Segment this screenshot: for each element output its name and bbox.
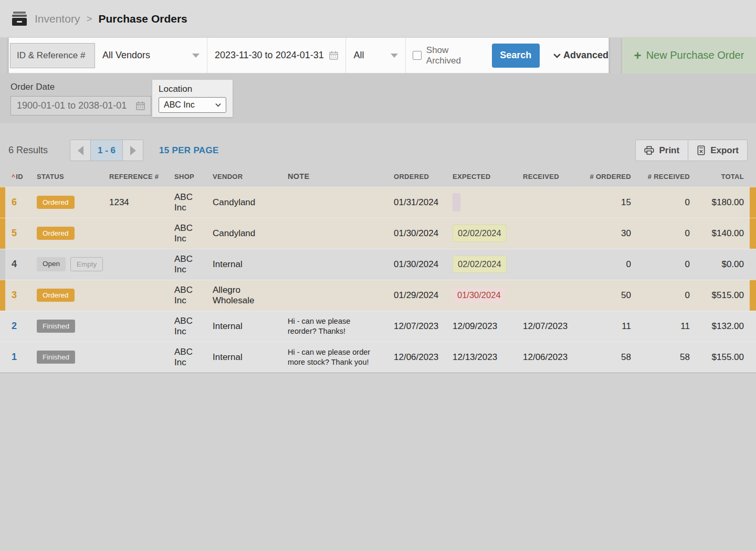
show-archived-checkbox[interactable] (413, 51, 422, 60)
table-row[interactable]: 1 Finished ABC Inc Internal Hi - can we … (0, 342, 756, 373)
cell-total: $140.00 (693, 218, 750, 249)
cell-total: $515.00 (693, 280, 750, 311)
col-header-received[interactable]: RECEIVED (522, 167, 584, 187)
status-badge: Finished (37, 320, 75, 333)
table-row[interactable]: 2 Finished ABC Inc Internal Hi - can we … (0, 311, 756, 342)
location-select[interactable]: ABC Inc (159, 97, 226, 113)
cell-received (522, 218, 584, 249)
table-row[interactable]: 3 Ordered ABC Inc Allegro Wholesale 01/2… (0, 280, 756, 311)
inventory-link[interactable]: Inventory (35, 13, 80, 25)
secondary-filters: Order Date 1900-01-01 to 2038-01-01 Loca… (0, 73, 756, 123)
col-header-note[interactable]: NOTE (284, 167, 393, 187)
col-header-total[interactable]: TOTAL (693, 167, 750, 187)
purchase-orders-page: Inventory > Purchase Orders All Vendors … (0, 0, 756, 551)
search-button[interactable]: Search (492, 44, 540, 68)
results-count: 6 Results (8, 145, 48, 156)
cell-expected: 01/30/2024 (453, 280, 522, 311)
cell-note (284, 218, 393, 249)
row-edge-left (0, 249, 5, 280)
po-id-link[interactable]: 4 (12, 259, 17, 269)
next-arrow-icon (130, 146, 136, 155)
purchase-orders-table: ^ID STATUS REFERENCE # SHOP VENDOR NOTE … (0, 167, 756, 373)
col-header-num-ordered[interactable]: # ORDERED (584, 167, 634, 187)
cell-num-received: 58 (634, 342, 693, 373)
po-id-link[interactable]: 3 (12, 290, 17, 300)
cell-status: Finished (28, 342, 102, 373)
header-edge (750, 167, 756, 187)
cell-reference: 1234 (102, 187, 165, 218)
caret-down-icon (192, 54, 200, 58)
cell-reference (102, 249, 165, 280)
col-header-status[interactable]: STATUS (28, 167, 102, 187)
col-header-vendor[interactable]: VENDOR (205, 167, 284, 187)
export-button[interactable]: Export (688, 140, 748, 161)
cell-vendor: Internal (205, 342, 284, 373)
page-title: Purchase Orders (99, 13, 187, 25)
po-id-link[interactable]: 2 (12, 321, 17, 331)
row-edge-left (0, 187, 5, 218)
col-header-num-received[interactable]: # RECEIVED (634, 167, 693, 187)
cell-note (284, 280, 393, 311)
col-header-shop[interactable]: SHOP (165, 167, 205, 187)
expected-date: 01/30/2024 (453, 287, 506, 303)
advanced-toggle[interactable]: Advanced (553, 50, 608, 61)
cell-ordered: 01/30/2024 (393, 218, 453, 249)
table-row[interactable]: 6 Ordered 1234 ABC Inc Candyland 01/31/2… (0, 187, 756, 218)
row-edge-right (750, 342, 756, 373)
po-id-link[interactable]: 6 (12, 197, 17, 207)
cell-note (284, 249, 393, 280)
status-select[interactable]: All (346, 38, 405, 73)
status-badge: Open (37, 257, 66, 272)
table-row[interactable]: 5 Ordered ABC Inc Candyland 01/30/2024 0… (0, 218, 756, 249)
cell-status: OpenEmpty (28, 249, 102, 280)
cell-total: $180.00 (693, 187, 750, 218)
printer-icon (644, 146, 654, 155)
print-button[interactable]: Print (635, 140, 688, 161)
location-label: Location (159, 84, 226, 94)
cell-shop: ABC Inc (165, 311, 205, 342)
col-header-id[interactable]: ^ID (5, 167, 28, 187)
expected-date: 12/13/2023 (453, 352, 497, 362)
cell-ordered: 12/07/2023 (393, 311, 453, 342)
row-edge-right (750, 218, 756, 249)
date-range-input[interactable]: 2023-11-30 to 2024-01-31 (207, 38, 346, 73)
cell-status: Finished (28, 311, 102, 342)
cell-status: Ordered (28, 280, 102, 311)
order-date-input[interactable]: 1900-01-01 to 2038-01-01 (10, 96, 151, 115)
per-page-link[interactable]: 15 PER PAGE (159, 145, 219, 156)
cell-id: 4 (5, 249, 28, 280)
row-edge-left (0, 218, 5, 249)
po-id-link[interactable]: 1 (12, 352, 17, 362)
col-header-ordered[interactable]: ORDERED (393, 167, 453, 187)
cell-id: 2 (5, 311, 28, 342)
table-row[interactable]: 4 OpenEmpty ABC Inc Internal 01/30/2024 … (0, 249, 756, 280)
row-edge-left (0, 280, 5, 311)
cell-id: 3 (5, 280, 28, 311)
cell-expected: 12/09/2023 (453, 311, 522, 342)
cell-reference (102, 311, 165, 342)
status-badge: Finished (37, 351, 75, 364)
po-id-link[interactable]: 5 (12, 228, 17, 238)
new-purchase-order-label: New Purchase Order (646, 49, 744, 61)
page-range[interactable]: 1 - 6 (90, 140, 123, 161)
cell-num-received: 0 (634, 249, 693, 280)
advanced-label: Advanced (563, 50, 608, 61)
prev-arrow-icon (78, 146, 83, 155)
new-purchase-order-button[interactable]: + New Purchase Order (622, 37, 756, 73)
cell-total: $155.00 (693, 342, 750, 373)
col-header-reference[interactable]: REFERENCE # (102, 167, 165, 187)
cell-vendor: Candyland (205, 187, 284, 218)
cell-num-ordered: 58 (584, 342, 634, 373)
prev-page-button[interactable] (70, 140, 90, 161)
next-page-button[interactable] (123, 140, 143, 161)
col-header-expected[interactable]: EXPECTED (453, 167, 522, 187)
show-archived-label: Show Archived (426, 45, 485, 66)
vendors-select[interactable]: All Vendors (95, 38, 207, 73)
cell-shop: ABC Inc (165, 280, 205, 311)
id-reference-input[interactable] (10, 43, 95, 68)
row-edge-left (0, 311, 5, 342)
col-header-id-label: ID (16, 173, 23, 181)
date-range-value: 2023-11-30 to 2024-01-31 (215, 50, 324, 61)
calendar-icon (136, 101, 145, 110)
cell-num-ordered: 0 (584, 249, 634, 280)
